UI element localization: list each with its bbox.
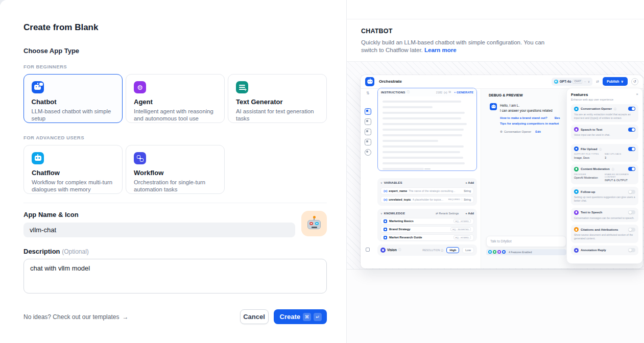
robot-emoji-icon [306,216,322,231]
feature-follow-up: Follow-up Setting up next questions sugg… [571,187,638,205]
add-variable-button[interactable]: + Add [465,181,474,184]
variables-icon[interactable]: {x} [444,91,447,94]
sparkle-icon: ⋆ [454,90,456,94]
annotation-icon [574,248,579,253]
shot-app-title: Orchestrate [379,79,402,84]
feature-toggle[interactable] [628,228,635,232]
rerank-settings-button[interactable]: ⇄ Rerank Settings [436,212,459,215]
variable-row[interactable]: {x} unrelated_topic A placeholder for to… [380,196,474,203]
card-title: Text Generator [236,98,319,106]
feature-toggle[interactable] [628,147,635,151]
chatflow-icon [32,152,44,164]
feature-text-to-speech: Text to Speech Conversation messages can… [571,208,638,223]
rail-orchestrate-icon[interactable] [365,108,371,115]
chevron-down-icon: ∨ [588,80,590,83]
knowledge-row[interactable]: Brand Strategy HQ · INVERTED [380,226,474,233]
preview-heading: CHATBOT [361,28,630,35]
resolution-high-option[interactable]: High [446,247,459,253]
gear-icon: ⚙ [500,130,503,133]
knowledge-title: KNOWLEDGE [384,212,405,215]
feature-col-label: PROVIDER [574,173,605,176]
variable-row[interactable]: {x} expert_name The name of the strategi… [380,187,474,194]
description-label: Description (Optional) [23,248,327,255]
info-icon: ⓘ [407,90,410,94]
follow-up-icon [574,189,579,194]
card-title: Workflow [134,169,217,177]
app-type-card-workflow[interactable]: Workflow Orchestration for single-turn a… [126,145,225,194]
swap-icon: ⇅ [366,91,370,95]
feature-description: Setting up next questions suggestion can… [574,195,635,203]
feature-toggle[interactable] [628,167,635,171]
chat-input[interactable]: Talk to DifyBot [486,236,566,247]
info-icon: ⓘ [599,148,602,151]
feature-toggle[interactable] [628,210,635,214]
feature-description: You are an entity extraction model that … [574,113,635,120]
rail-preview-icon[interactable] [365,118,371,125]
card-description: Workflow for complex multi-turn dialogue… [32,179,114,193]
knowledge-tag: HQ · INVERTED [450,227,471,231]
create-form-pane: Create from Blank Choose App Type FOR BE… [0,0,346,343]
document-icon [384,236,387,239]
feature-content-moderation: Content Moderation ⓘ PROVIDER OpenAI Mod… [571,164,638,185]
app-type-card-agent[interactable]: ⚙ Agent Intelligent agent with reasoning… [126,74,225,123]
card-title: Chatflow [32,169,114,177]
app-type-card-chatflow[interactable]: Chatflow Workflow for complex multi-turn… [23,145,123,194]
card-title: Agent [134,98,217,106]
create-button[interactable]: Create ⌘ ↵ [274,309,327,324]
app-type-card-text-generator[interactable]: + Text Generator AI assistant for text g… [228,74,327,123]
orchestrate-screenshot: Orchestrate GPT-4o CHAT ◦◦ ∨ ⇄ Publish ∨… [361,75,643,268]
rail-settings-icon[interactable] [365,149,371,156]
features-subtitle: Enhance web app user experience [571,98,613,101]
knowledge-row[interactable]: Market Research Guide HQ · HYBRID [380,234,474,241]
suggested-question-link[interactable]: Tips for analyzing competitors in market [500,122,559,125]
close-icon[interactable]: × [636,92,638,96]
app-type-card-chatbot[interactable]: Chatbot LLM-based chatbot with simple se… [23,74,123,123]
suggested-question-link[interactable]: How to make a brand stand out? [500,116,547,119]
resolution-label: RESOLUTION ⓘ [422,249,443,252]
bot-avatar [490,103,497,110]
collapse-icon[interactable]: ∨ [380,212,383,215]
publish-button[interactable]: Publish ∨ [603,77,628,86]
feature-toggle[interactable] [628,128,635,132]
resize-handle[interactable] [424,168,431,169]
collapse-icon[interactable]: ∨ [380,181,383,184]
description-textarea[interactable]: chat with vllm model [23,259,327,293]
knowledge-row[interactable]: Marketing Basics HQ · HYBRID [380,218,474,225]
beginner-cards-row: Chatbot LLM-based chatbot with simple se… [23,74,327,123]
generate-button[interactable]: ⋆ GENERATE [454,90,473,94]
add-knowledge-button[interactable]: + Add [465,212,474,215]
feature-toggle[interactable] [628,107,635,111]
feature-conversation-opener: Conversation Opener ⓘ You are an entity … [571,104,638,122]
vision-eye-icon [380,248,386,253]
conversation-opener-icon [574,107,579,111]
feature-citations: Citations and Attributions Show source d… [571,225,638,243]
instructions-title: INSTRUCTIONS [381,91,405,94]
card-description: LLM-based chatbot with simple setup [32,108,115,122]
learn-more-link[interactable]: Learn more [424,47,457,53]
knowledge-tag: HQ · HYBRID [454,235,471,239]
app-name-input[interactable] [23,223,295,237]
edit-link[interactable]: Edit [535,130,541,133]
feature-toggle[interactable] [628,190,635,194]
model-selector[interactable]: GPT-4o CHAT ◦◦ ∨ [552,78,592,86]
checkbox-icon[interactable] [366,248,370,252]
copy-icon[interactable]: ⧉ [449,90,451,94]
feature-title: Citations and Attributions [581,228,618,231]
feature-title: Text to Speech [581,211,602,214]
model-mode-tag: CHAT [573,80,582,84]
rail-logs-icon[interactable] [365,129,371,135]
templates-link[interactable]: No ideas? Check out our templates → [23,313,128,321]
history-icon[interactable]: ↺ [631,78,638,85]
advanced-group-label: FOR ADVANCED USERS [23,135,327,140]
variable-icon: {x} [384,189,387,192]
rail-annotations-icon[interactable] [365,139,371,145]
model-name: GPT-4o [560,80,571,83]
feature-title: Annotation Reply [581,249,606,252]
cancel-button[interactable]: Cancel [240,309,269,324]
suggested-question-link[interactable]: Bes [555,116,560,119]
app-icon-picker[interactable] [301,211,327,236]
shuffle-icon[interactable]: ⇄ [596,80,599,84]
variable-icon: {x} [384,198,387,201]
resolution-low-option[interactable]: Low [462,247,474,253]
feature-toggle[interactable] [628,248,635,252]
